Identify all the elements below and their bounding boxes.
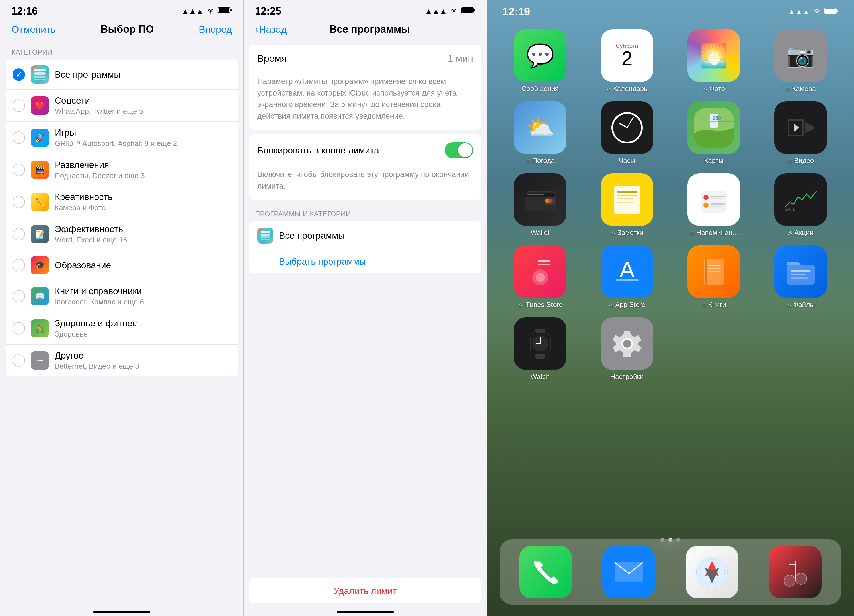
radio-productivity[interactable]	[12, 228, 25, 240]
list-item-games[interactable]: 🚀 Игры GRID™ Autosport, Asphalt 9 и еще …	[6, 122, 238, 154]
dock-icon-safari[interactable]	[686, 546, 738, 598]
app-cell-stocks[interactable]: AAPL Акции	[760, 173, 841, 237]
list-item-other[interactable]: ••• Другое Betternet, Видео и еще 3	[6, 345, 238, 376]
app-label-calendar: Календарь	[606, 85, 648, 93]
programs-section-header: ПРОГРАММЫ И КАТЕГОРИИ	[244, 204, 487, 221]
list-item-education[interactable]: 🎓 Образование	[6, 250, 238, 280]
signal-icon: ▲▲▲	[181, 7, 204, 16]
delete-limit-button[interactable]: Удалить лимит	[249, 578, 481, 604]
dock-icon-phone[interactable]	[519, 546, 572, 598]
app-icon-reminders[interactable]	[688, 173, 740, 226]
app-icon-settings[interactable]	[601, 317, 653, 370]
item-subtitle-games: GRID™ Autosport, Asphalt 9 и еще 2	[55, 139, 231, 148]
app-cell-watch[interactable]: Watch	[500, 317, 581, 381]
svg-rect-31	[617, 191, 637, 193]
list-item-books[interactable]: 📖 Книги и справочники Inoreader, Компас …	[6, 280, 238, 312]
app-icon-notes[interactable]	[601, 173, 653, 226]
app-cell-reminders[interactable]: Напоминан...	[673, 173, 754, 237]
dock-mail[interactable]	[589, 546, 669, 598]
dock	[500, 540, 841, 605]
app-cell-settings[interactable]: Настройки	[586, 317, 668, 381]
app-cell-messages[interactable]: 💬 Сообщения	[500, 29, 581, 93]
back-label[interactable]: Назад	[259, 24, 287, 35]
time-row: Время 1 мин	[257, 53, 473, 64]
item-subtitle-other: Betternet, Видео и еще 3	[55, 362, 231, 371]
cancel-button[interactable]: Отменить	[11, 24, 55, 35]
toggle-row: Блокировать в конце лимита	[257, 142, 473, 158]
all-programs-item[interactable]: Все программы	[249, 221, 481, 250]
app-icon-calendar[interactable]: Суббота 2	[601, 29, 653, 82]
nav-bar-panel2: ‹ Назад Все программы	[244, 20, 487, 40]
dock-music[interactable]	[755, 546, 836, 598]
app-cell-calendar[interactable]: Суббота 2 Календарь	[586, 29, 668, 93]
app-icon-messages[interactable]: 💬	[514, 29, 566, 82]
radio-other[interactable]	[12, 354, 25, 367]
svg-rect-57	[791, 277, 808, 278]
app-cell-clock[interactable]: Часы	[586, 101, 668, 165]
svg-rect-6	[34, 79, 46, 80]
radio-entertainment[interactable]	[12, 164, 25, 176]
icon-all	[31, 65, 49, 84]
choose-apps-btn[interactable]: Выбрать программы	[279, 256, 366, 267]
app-icon-itunes[interactable]	[514, 245, 566, 298]
time-value: 1 мин	[448, 53, 473, 64]
dock-safari[interactable]	[672, 546, 752, 598]
app-icon-weather[interactable]: ⛅	[514, 101, 566, 154]
radio-health[interactable]	[12, 322, 25, 335]
dock-phone[interactable]	[505, 546, 586, 598]
app-icon-stocks[interactable]: AAPL	[774, 173, 827, 226]
wifi-icon	[206, 7, 215, 16]
radio-games[interactable]	[12, 131, 25, 144]
list-item-all[interactable]: Все программы	[6, 60, 238, 90]
back-button[interactable]: ‹ Назад	[255, 24, 287, 35]
app-cell-weather[interactable]: ⛅ Погода	[500, 101, 581, 165]
app-cell-camera[interactable]: 📷 Камера	[760, 29, 841, 93]
radio-creative[interactable]	[12, 196, 25, 208]
radio-books[interactable]	[12, 290, 25, 303]
app-icon-watch[interactable]	[514, 317, 566, 370]
list-item-productivity[interactable]: 📝 Эффективность Word, Excel и еще 16	[6, 218, 238, 250]
app-cell-wallet[interactable]: Wallet	[500, 173, 581, 237]
app-icon-files[interactable]	[774, 245, 827, 298]
list-item-health[interactable]: 🚴 Здоровье и фитнес Здоровье	[6, 312, 238, 345]
app-icon-maps[interactable]: 280	[688, 101, 740, 154]
item-subtitle-productivity: Word, Excel и еще 16	[55, 236, 231, 245]
svg-rect-62	[540, 337, 541, 343]
radio-social[interactable]	[12, 99, 25, 112]
choose-apps-item[interactable]: Выбрать программы	[249, 250, 481, 273]
list-item-entertainment[interactable]: 🎬 Развлечения Подкасты, Deezer и еще 3	[6, 154, 238, 186]
item-title-social: Соцсети	[55, 95, 231, 106]
app-cell-files[interactable]: Файлы	[760, 245, 841, 309]
app-icon-clock[interactable]	[601, 101, 653, 154]
app-icon-wallet[interactable]	[514, 173, 566, 226]
list-item-social[interactable]: ❤️ Соцсети WhatsApp, Twitter и еще 5	[6, 90, 238, 122]
svg-rect-55	[791, 270, 811, 272]
svg-rect-63	[536, 343, 541, 344]
app-cell-appstore[interactable]: A App Store	[586, 245, 668, 309]
radio-education[interactable]	[12, 259, 25, 271]
app-icon-appstore[interactable]: A	[601, 245, 653, 298]
time-label[interactable]: Время	[257, 53, 287, 64]
app-cell-maps[interactable]: 280 Карты	[673, 101, 754, 165]
app-cell-itunes[interactable]: iTunes Store	[500, 245, 581, 309]
app-icon-photos[interactable]: 🌅	[688, 29, 740, 82]
app-icon-books[interactable]	[688, 245, 740, 298]
app-cell-notes[interactable]: Заметки	[586, 173, 668, 237]
clock-hour-hand	[618, 122, 627, 128]
svg-rect-11	[261, 234, 270, 236]
svg-rect-48	[616, 280, 639, 281]
dock-icon-music[interactable]	[769, 546, 822, 598]
block-toggle[interactable]	[445, 142, 473, 158]
svg-rect-52	[708, 268, 720, 269]
app-icon-camera[interactable]: 📷	[774, 29, 827, 82]
svg-rect-13	[261, 239, 270, 240]
app-cell-books[interactable]: Книги	[673, 245, 754, 309]
list-item-creative[interactable]: ✏️ Креативность Камера и Фото	[6, 186, 238, 218]
forward-button[interactable]: Вперед	[199, 24, 232, 35]
dock-icon-mail[interactable]	[602, 546, 655, 598]
app-cell-video[interactable]: Видео	[760, 101, 841, 165]
app-cell-photos[interactable]: 🌅 Фото	[673, 29, 754, 93]
app-label-weather: Погода	[526, 157, 555, 165]
app-icon-video[interactable]	[774, 101, 827, 154]
radio-all[interactable]	[12, 68, 25, 81]
